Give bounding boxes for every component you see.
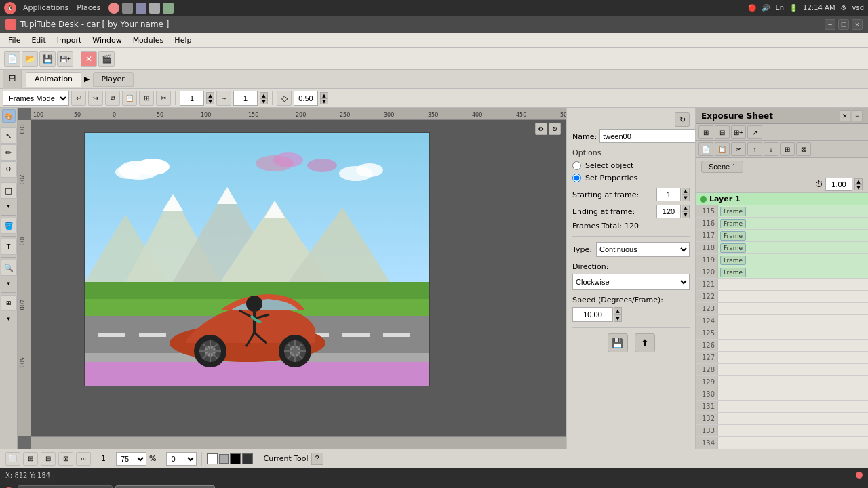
- speed-spin-up[interactable]: ▲: [614, 307, 622, 314]
- task-item2[interactable]: TupiTube Desk - car [...: [115, 485, 216, 489]
- spin-down1[interactable]: ▼: [206, 98, 214, 104]
- pen-tool[interactable]: ✏: [1, 144, 17, 161]
- frame-cell[interactable]: [717, 291, 868, 302]
- exp-btn1[interactable]: ⊞: [698, 125, 713, 139]
- frame-cell[interactable]: Frame: [717, 205, 868, 217]
- help-menu[interactable]: Help: [169, 35, 197, 46]
- frame-cell[interactable]: Frame: [717, 230, 868, 241]
- diamond-btn[interactable]: ◇: [277, 91, 292, 106]
- frame-cell[interactable]: [717, 340, 868, 351]
- frame-value2[interactable]: 1: [233, 91, 258, 106]
- exp-btn9[interactable]: ⊠: [796, 142, 811, 156]
- color-black-btn[interactable]: [230, 453, 241, 464]
- window-controls[interactable]: − □ ×: [825, 19, 863, 30]
- start-spin-up[interactable]: ▲: [682, 188, 690, 195]
- window-menu[interactable]: Window: [87, 35, 127, 46]
- color-picker-btn[interactable]: 🎨: [2, 109, 16, 123]
- exp-btn2[interactable]: ⊟: [715, 125, 730, 139]
- fps-spinner[interactable]: ▲ ▼: [854, 178, 863, 190]
- brush-tool[interactable]: Ω: [1, 161, 17, 178]
- frame-cell[interactable]: [717, 376, 868, 388]
- spinner1[interactable]: ▲ ▼: [206, 92, 214, 104]
- layer-tool[interactable]: ⊞: [1, 295, 17, 311]
- zoom-select[interactable]: 75 50 100: [116, 452, 146, 466]
- tool-btn1[interactable]: ↩: [71, 91, 86, 106]
- direction-select[interactable]: Clockwise Counter-Clockwise: [572, 274, 690, 290]
- spinner2[interactable]: ▲ ▼: [260, 92, 268, 104]
- import-menu[interactable]: Import: [52, 35, 87, 46]
- task-item1[interactable]: SimpleScreenRecor...: [18, 485, 113, 489]
- speed-input[interactable]: [572, 307, 613, 322]
- exp-btn5[interactable]: 📄: [698, 142, 713, 156]
- insert-btn[interactable]: →: [216, 91, 231, 106]
- tool-btn4[interactable]: 📋: [122, 91, 137, 106]
- drawing-canvas[interactable]: [84, 132, 430, 386]
- animation-tab[interactable]: Animation: [26, 72, 81, 87]
- exp-btn6[interactable]: 📋: [715, 142, 730, 156]
- ending-frame-spinner[interactable]: ▲ ▼: [656, 205, 690, 218]
- color-dark-btn[interactable]: [242, 453, 253, 464]
- tool-btn5[interactable]: ⊞: [139, 91, 154, 106]
- frame-cell[interactable]: [717, 401, 868, 412]
- open-button[interactable]: 📂: [22, 51, 38, 67]
- file-menu[interactable]: File: [3, 35, 26, 46]
- canvas-viewport[interactable]: ↻ ⚙: [31, 120, 566, 436]
- tool-help-btn[interactable]: ?: [311, 453, 323, 465]
- edit-menu[interactable]: Edit: [26, 35, 51, 46]
- applications-menu[interactable]: Applications: [19, 3, 73, 12]
- exp-btn8[interactable]: ⊞: [780, 142, 795, 156]
- zoom-expand[interactable]: ▾: [2, 277, 16, 290]
- exp-btn3[interactable]: ⊞+: [731, 125, 746, 139]
- frame-cell[interactable]: [717, 352, 868, 363]
- spinner3[interactable]: ▲ ▼: [320, 92, 328, 104]
- frame-cell[interactable]: Frame: [717, 254, 868, 266]
- close-button[interactable]: ×: [852, 19, 863, 30]
- scene1-btn[interactable]: Scene 1: [701, 161, 743, 173]
- new-button[interactable]: 📄: [4, 51, 20, 67]
- select-object-radio[interactable]: [572, 161, 581, 170]
- maximize-button[interactable]: □: [838, 19, 849, 30]
- start-spin-down[interactable]: ▼: [682, 195, 690, 201]
- exp-up-btn[interactable]: ↑: [747, 142, 762, 156]
- starting-frame-input[interactable]: [656, 188, 681, 201]
- spin-up2[interactable]: ▲: [260, 92, 268, 98]
- layer-expand[interactable]: ▾: [2, 312, 16, 325]
- grid-btn[interactable]: ⊟: [41, 452, 56, 466]
- spin-down2[interactable]: ▼: [260, 98, 268, 104]
- end-spin-down[interactable]: ▼: [682, 211, 690, 218]
- save-button[interactable]: 💾: [39, 51, 56, 67]
- fps-spin-down[interactable]: ▼: [854, 184, 863, 190]
- close-proj-button[interactable]: ✕: [81, 51, 97, 67]
- frame-cell[interactable]: [717, 364, 868, 375]
- frame-cell[interactable]: Frame: [717, 218, 868, 229]
- rect-tool[interactable]: □: [1, 182, 17, 199]
- type-select[interactable]: Continuous Incremental: [596, 242, 690, 257]
- frames-list[interactable]: 115Frame116Frame117Frame118Frame119Frame…: [696, 205, 868, 449]
- text-tool[interactable]: T: [1, 239, 17, 255]
- starting-frame-spinner[interactable]: ▲ ▼: [656, 188, 690, 201]
- modules-menu[interactable]: Modules: [127, 35, 170, 46]
- frame-cell[interactable]: [717, 327, 868, 339]
- save-as-button[interactable]: 💾+: [57, 51, 73, 67]
- zoom-tool[interactable]: 🔍: [1, 260, 17, 276]
- snap-btn[interactable]: ⊠: [58, 452, 73, 466]
- cursor-tool[interactable]: ↖: [1, 127, 17, 144]
- canvas-btn[interactable]: ⬜: [5, 452, 20, 466]
- rect-tool-expand[interactable]: ▾: [2, 199, 16, 213]
- exp-btn4[interactable]: ↗: [747, 125, 762, 139]
- frame-cell[interactable]: [717, 315, 868, 327]
- speed-spinner[interactable]: ▲ ▼: [572, 307, 690, 322]
- frame-cell[interactable]: [717, 279, 868, 290]
- player-tab[interactable]: Player: [93, 72, 134, 87]
- canvas-refresh-btn[interactable]: ↻: [549, 123, 561, 135]
- end-spin-up[interactable]: ▲: [682, 205, 690, 211]
- exp-down-btn[interactable]: ↓: [764, 142, 778, 156]
- fps-input[interactable]: [825, 178, 852, 191]
- name-input[interactable]: [599, 129, 695, 143]
- apply-tween-btn[interactable]: ⬆: [635, 333, 655, 352]
- minimize-button[interactable]: −: [825, 19, 835, 30]
- bg-color-btn[interactable]: [219, 454, 229, 464]
- frame-cell[interactable]: Frame: [717, 242, 868, 253]
- frame-cell[interactable]: [717, 388, 868, 400]
- fill-tool[interactable]: 🪣: [1, 218, 17, 234]
